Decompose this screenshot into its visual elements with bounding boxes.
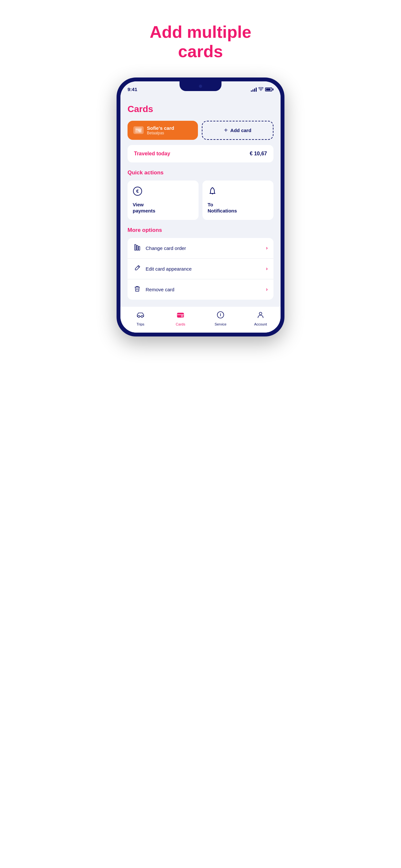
to-notifications-label: ToNotifications xyxy=(208,202,268,214)
edit-card-appearance-label: Edit card appearance xyxy=(146,266,261,272)
svg-rect-5 xyxy=(135,244,136,250)
trash-icon xyxy=(133,285,141,294)
nav-cards[interactable]: Cards xyxy=(169,311,192,326)
euro-circle-icon: € xyxy=(133,186,193,198)
view-payments-card[interactable]: € Viewpayments xyxy=(127,181,198,220)
remove-card-label: Remove card xyxy=(146,287,261,292)
chevron-right-icon-1: › xyxy=(266,266,268,272)
add-card-button[interactable]: + Add card xyxy=(202,121,274,140)
nav-account-label: Account xyxy=(254,322,267,326)
nav-trips[interactable]: Trips xyxy=(129,311,152,326)
status-bar: 9:41 xyxy=(120,82,281,97)
bell-icon xyxy=(208,186,268,198)
status-icons xyxy=(251,87,274,92)
travel-today-box: Traveled today € 10,67 xyxy=(127,145,274,162)
remove-card-item[interactable]: Remove card › xyxy=(127,279,274,300)
more-options-list: Change card order › Edit card appearance… xyxy=(127,238,274,300)
svg-rect-1 xyxy=(135,129,142,130)
svg-rect-11 xyxy=(177,314,184,315)
svg-text:i: i xyxy=(220,313,221,317)
svg-rect-6 xyxy=(136,245,138,250)
travel-today-label: Traveled today xyxy=(134,151,170,157)
svg-point-9 xyxy=(141,315,143,317)
signal-icon xyxy=(251,87,257,92)
add-card-label: Add card xyxy=(230,128,251,133)
wifi-icon xyxy=(258,87,264,92)
chevron-right-icon-0: › xyxy=(266,245,268,251)
add-card-plus-icon: + xyxy=(224,127,228,134)
bottom-nav: Trips Cards i xyxy=(120,307,281,333)
svg-rect-7 xyxy=(138,246,140,250)
quick-actions-row: € Viewpayments ToNotifications xyxy=(127,181,274,220)
page-title: Add multiple cards xyxy=(150,23,251,61)
trips-icon xyxy=(136,311,145,321)
edit-card-appearance-item[interactable]: Edit card appearance › xyxy=(127,259,274,279)
card-chip-name: Sofie's card xyxy=(147,125,174,131)
status-time: 9:41 xyxy=(127,87,137,92)
card-chip-sub: Betaalpas xyxy=(147,131,174,135)
nav-service-label: Service xyxy=(215,322,227,326)
notch-camera xyxy=(199,85,202,88)
card-selector-row: Sofie's card Betaalpas + Add card xyxy=(127,121,274,140)
nav-service[interactable]: i Service xyxy=(209,311,232,326)
app-header: Cards xyxy=(127,104,274,114)
nav-cards-label: Cards xyxy=(176,322,185,326)
chevron-right-icon-2: › xyxy=(266,286,268,292)
phone-notch xyxy=(180,82,221,91)
view-payments-label: Viewpayments xyxy=(133,202,193,214)
battery-icon xyxy=(265,88,274,91)
svg-text:€: € xyxy=(136,189,139,194)
nav-trips-label: Trips xyxy=(136,322,144,326)
change-card-order-icon xyxy=(133,244,141,252)
cards-icon xyxy=(176,311,185,321)
change-card-order-label: Change card order xyxy=(146,245,261,251)
nav-account[interactable]: Account xyxy=(249,311,272,326)
more-options-header: More options xyxy=(127,227,274,234)
svg-point-15 xyxy=(259,312,262,315)
travel-today-amount: € 10,67 xyxy=(250,151,267,157)
quick-actions-header: Quick actions xyxy=(127,169,274,176)
account-icon xyxy=(256,311,265,321)
svg-point-8 xyxy=(138,315,140,317)
edit-icon xyxy=(133,265,141,273)
sofies-card-chip[interactable]: Sofie's card Betaalpas xyxy=(127,121,198,140)
service-icon: i xyxy=(216,311,225,321)
card-chip-text: Sofie's card Betaalpas xyxy=(147,125,174,135)
to-notifications-card[interactable]: ToNotifications xyxy=(203,181,274,220)
phone-mockup: 9:41 xyxy=(117,78,284,337)
card-chip-icon xyxy=(133,126,144,134)
change-card-order-item[interactable]: Change card order › xyxy=(127,238,274,259)
